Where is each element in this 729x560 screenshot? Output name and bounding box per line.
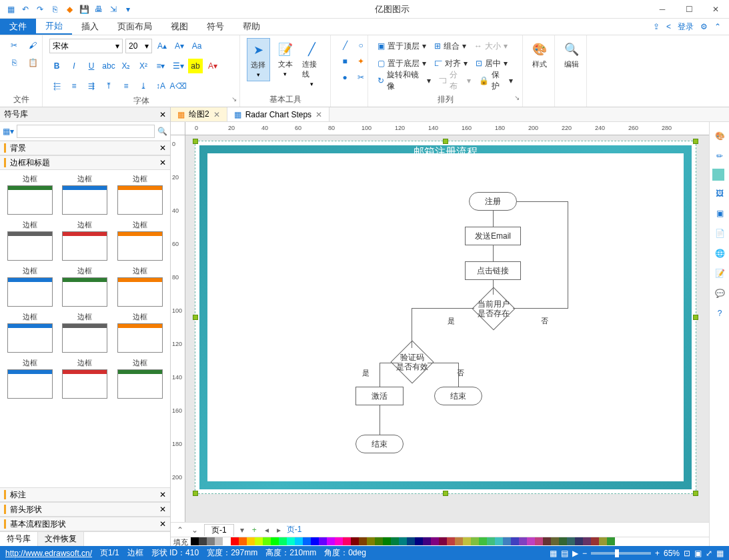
color-swatch[interactable]	[335, 537, 343, 545]
page-inner[interactable]: 注册 发送Email 点击链接 当前用户 是否存在 验证码 是否有效 激活 结束…	[207, 153, 684, 481]
color-swatch[interactable]	[191, 537, 199, 545]
qat-more-icon[interactable]: ▾	[121, 3, 135, 16]
color-swatch[interactable]	[479, 537, 487, 545]
color-swatch[interactable]	[311, 537, 319, 545]
circle-outline-icon[interactable]: ○	[353, 38, 368, 53]
shape-border-5[interactable]: 边框	[114, 220, 166, 261]
shape-border-4[interactable]: 边框	[59, 220, 111, 261]
tab-file[interactable]: 文件	[0, 19, 36, 35]
color-swatch[interactable]	[527, 537, 535, 545]
tab-help[interactable]: 帮助	[233, 19, 269, 35]
library-icon[interactable]: ▦▾	[3, 127, 14, 136]
tab-symbols[interactable]: 符号库	[0, 532, 38, 546]
shape-border-3[interactable]: 边框	[4, 220, 56, 261]
color-swatch[interactable]	[343, 537, 351, 545]
note-icon[interactable]: 📝	[712, 266, 727, 281]
search-input[interactable]	[17, 125, 155, 138]
category-background[interactable]: 背景✕	[0, 141, 170, 155]
color-swatch[interactable]	[207, 537, 215, 545]
color-swatch[interactable]	[511, 537, 519, 545]
color-swatch[interactable]	[607, 537, 615, 545]
align-middle-icon[interactable]: ≡	[119, 79, 133, 93]
color-swatch[interactable]	[383, 537, 391, 545]
search-icon[interactable]: 🔍	[157, 127, 167, 136]
login-link[interactable]: 登录	[678, 21, 694, 33]
prev-page-icon[interactable]: ◂	[263, 525, 271, 535]
color-swatch[interactable]	[215, 537, 223, 545]
save-icon[interactable]: 💾	[77, 3, 91, 16]
shape-border-6[interactable]: 边框	[4, 266, 56, 307]
color-swatch[interactable]	[439, 537, 447, 545]
color-swatch[interactable]	[407, 537, 415, 545]
superscript-icon[interactable]: X²	[136, 59, 151, 73]
format-painter-icon[interactable]: 🖌	[25, 38, 40, 53]
canvas-scroll[interactable]: 邮箱注册流程 注册 发送Email 点击链接 当前用户 是否存在 验证码 是否有…	[185, 135, 720, 522]
bring-front-button[interactable]: ▣置于顶层▾	[375, 39, 429, 53]
node-end1[interactable]: 结束	[434, 387, 482, 405]
line-shape-icon[interactable]: ╱	[337, 38, 352, 53]
color-swatch[interactable]	[455, 537, 463, 545]
panel-close-icon[interactable]: ✕	[159, 110, 166, 119]
shape-border-12[interactable]: 边框	[4, 358, 56, 399]
node-code-valid[interactable]: 验证码 是否有效	[390, 340, 434, 383]
color-swatch[interactable]	[591, 537, 599, 545]
color-swatch[interactable]	[559, 537, 567, 545]
view-mode2-icon[interactable]: ▤	[561, 549, 568, 558]
bullets-icon[interactable]: ☰▾	[171, 59, 185, 73]
image-icon[interactable]: 🖼	[712, 186, 727, 201]
node-register[interactable]: 注册	[469, 192, 517, 211]
color-swatch[interactable]	[463, 537, 471, 545]
text-tool-button[interactable]: 📝 文本▾	[274, 38, 297, 80]
color-swatch[interactable]	[303, 537, 311, 545]
fit-page-icon[interactable]: ▣	[694, 549, 702, 558]
select-tool-button[interactable]: ➤ 选择▾	[247, 38, 270, 81]
color-swatch[interactable]	[271, 537, 279, 545]
color-swatch[interactable]	[223, 537, 231, 545]
color-swatch[interactable]	[263, 537, 271, 545]
node-send-email[interactable]: 发送Email	[465, 227, 521, 245]
style-button[interactable]: 🎨样式	[530, 38, 550, 72]
subscript-icon[interactable]: X₂	[119, 59, 133, 73]
find-button[interactable]: 🔍编辑	[562, 38, 582, 72]
zoom-slider[interactable]	[591, 552, 651, 555]
tab-symbol[interactable]: 符号	[197, 19, 233, 35]
new-icon[interactable]: ⎘	[48, 3, 61, 16]
color-swatch[interactable]	[399, 537, 407, 545]
crop-icon[interactable]: ✂	[353, 70, 368, 85]
color-swatch[interactable]	[327, 537, 335, 545]
shape-border-1[interactable]: 边框	[59, 174, 111, 215]
color-swatch[interactable]	[503, 537, 511, 545]
align-bottom-icon[interactable]: ⤓	[136, 79, 151, 93]
ruler-vertical[interactable]: 020406080100120140160180200	[171, 135, 185, 522]
color-swatch[interactable]	[231, 537, 239, 545]
color-swatch[interactable]	[319, 537, 327, 545]
text-direction-icon[interactable]: ↕A	[153, 79, 168, 93]
globe-icon[interactable]: 🌐	[712, 246, 727, 261]
category-callout[interactable]: 标注✕	[0, 487, 170, 502]
page-tab-1[interactable]: 页-1	[204, 524, 234, 536]
category-flow[interactable]: 基本流程图形状✕	[0, 517, 170, 531]
color-swatch[interactable]	[423, 537, 431, 545]
change-case-icon[interactable]: Aa	[189, 39, 204, 53]
color-swatch[interactable]	[255, 537, 263, 545]
align-center-icon[interactable]: ≡	[67, 79, 81, 93]
status-url[interactable]: http://www.edrawsoft.cn/	[5, 549, 92, 558]
align-top-icon[interactable]: ⤒	[101, 79, 116, 93]
theme-icon[interactable]: 🎨	[712, 129, 727, 143]
tab-layout[interactable]: 页面布局	[108, 19, 161, 35]
star-icon[interactable]: ✦	[353, 54, 368, 69]
group-button[interactable]: ⊞组合▾	[432, 39, 469, 53]
presentation-icon[interactable]: ▶	[572, 549, 578, 558]
undo-icon[interactable]: ↶	[19, 3, 32, 16]
font-color-icon[interactable]: A▾	[205, 59, 220, 73]
font-name-select[interactable]: 宋体▾	[49, 39, 123, 53]
shape-border-11[interactable]: 边框	[114, 312, 166, 353]
category-border-title[interactable]: 边框和标题✕	[0, 155, 170, 170]
export-icon[interactable]: ⇲	[107, 3, 120, 16]
open-icon[interactable]: ◆	[63, 3, 76, 16]
color-swatch[interactable]	[279, 537, 287, 545]
distribute-button[interactable]: ⫎分布▾	[436, 68, 474, 93]
square-icon[interactable]: ■	[337, 54, 352, 69]
page-down-icon[interactable]: ⌄	[189, 525, 200, 535]
color-swatch[interactable]	[471, 537, 479, 545]
